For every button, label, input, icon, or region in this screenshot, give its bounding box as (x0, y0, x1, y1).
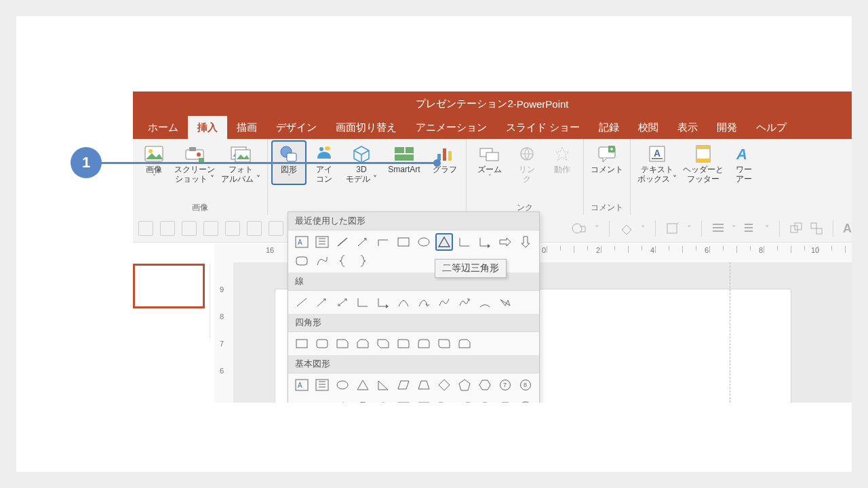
tool-placeholder[interactable] (138, 221, 153, 236)
arrange-icon[interactable] (789, 222, 803, 235)
rect-rounded[interactable] (314, 336, 330, 352)
line-s-curve-arrow[interactable] (456, 294, 473, 310)
tab-transition[interactable]: 画面切り替え (326, 116, 406, 139)
tab-home[interactable]: ホーム (138, 116, 188, 139)
tool-placeholder[interactable] (182, 221, 197, 236)
tool-placeholder[interactable] (269, 221, 283, 236)
basic-textbox-v[interactable] (314, 377, 330, 393)
tab-slideshow[interactable]: スライド ショー (496, 116, 589, 139)
shape-rounded-rect2[interactable] (294, 253, 310, 269)
wordart-button[interactable]: A ワーアー (727, 141, 761, 184)
tool-placeholder[interactable] (225, 221, 240, 236)
tab-help[interactable]: ヘルプ (747, 116, 796, 139)
line-curve[interactable] (395, 294, 412, 310)
header-footer-button[interactable]: ヘッダーとフッター (681, 141, 726, 184)
rect-double-snip[interactable] (355, 336, 371, 352)
rect-double-round[interactable] (416, 336, 432, 352)
outline-icon[interactable] (665, 222, 680, 235)
svg-rect-17 (448, 151, 452, 161)
basic-parallelogram[interactable] (395, 377, 412, 393)
svg-rect-34 (811, 223, 816, 228)
action-button[interactable]: 動作 (545, 141, 579, 184)
textbox-button[interactable]: A テキストボックス ˅ (635, 141, 679, 184)
shape-isoceles-triangle[interactable] (436, 234, 452, 250)
tool-placeholder[interactable] (160, 221, 175, 236)
slide-thumbnail-1[interactable] (133, 264, 205, 308)
rect-diag-snip[interactable] (375, 336, 391, 352)
ribbon-group-links: ズーム˅ リンク 動作 ンク (467, 139, 584, 215)
shape-freeform[interactable] (314, 253, 330, 269)
tab-review[interactable]: 校閲 (629, 116, 668, 139)
basic-hexagon[interactable] (477, 377, 493, 393)
rect-round-snip[interactable] (456, 336, 473, 352)
tab-design[interactable]: デザイン (267, 116, 326, 139)
basic-pentagon[interactable] (456, 377, 473, 393)
basic-dodecagon[interactable]: 12 (314, 400, 330, 403)
line-arc[interactable] (477, 294, 493, 310)
comment-button[interactable]: コメント (588, 141, 626, 184)
line-s-curve[interactable] (436, 294, 452, 310)
shape-arrow-right[interactable] (497, 234, 513, 250)
basic-octagon[interactable]: 8 (517, 377, 534, 393)
tab-developer[interactable]: 開発 (707, 116, 747, 139)
align-icon[interactable] (711, 222, 725, 235)
line-curve-arrow[interactable] (416, 294, 432, 310)
shape-elbow-arrow[interactable] (477, 234, 493, 250)
shape-textbox[interactable]: A (294, 234, 310, 250)
tab-insert[interactable]: 挿入 (188, 116, 227, 139)
basic-half-frame[interactable] (416, 400, 432, 403)
basic-can[interactable] (517, 400, 534, 403)
basic-l-shape[interactable] (436, 400, 452, 403)
basic-pie[interactable] (334, 400, 351, 403)
shape-brace-right[interactable] (355, 253, 371, 269)
basic-triangle[interactable] (355, 377, 371, 393)
lines-icon[interactable] (743, 222, 758, 235)
basic-trapezoid[interactable] (416, 377, 432, 393)
tab-draw[interactable]: 描画 (227, 116, 267, 139)
shape-textbox-vertical[interactable] (314, 234, 330, 250)
line-freeform[interactable] (497, 294, 513, 310)
shape-brace-left[interactable] (334, 253, 351, 269)
link-button[interactable]: リンク (510, 141, 544, 184)
basic-frame[interactable] (395, 400, 412, 403)
svg-rect-32 (791, 226, 797, 232)
line-straight[interactable] (294, 294, 310, 310)
basic-decagon[interactable]: 10 (294, 400, 310, 403)
tab-view[interactable]: 表示 (668, 116, 707, 139)
rect-single-round[interactable] (395, 336, 412, 352)
basic-diamond[interactable] (436, 377, 452, 393)
rect-single-snip[interactable] (334, 336, 351, 352)
rect-plain[interactable] (294, 336, 310, 352)
shape-oval[interactable] (416, 234, 432, 250)
basic-chord[interactable] (355, 400, 371, 403)
zoom-button[interactable]: ズーム˅ (471, 141, 509, 184)
basic-teardrop[interactable] (375, 400, 391, 403)
shape-arrow-down[interactable] (517, 234, 534, 250)
line-arrow[interactable] (314, 294, 330, 310)
shape-connector[interactable] (375, 234, 391, 250)
line-elbow-arrow[interactable] (375, 294, 391, 310)
fill-icon[interactable] (619, 222, 634, 235)
shape-line[interactable] (334, 234, 351, 250)
shape-palette-icon[interactable] (570, 221, 588, 236)
tool-placeholder[interactable] (203, 221, 218, 236)
shape-line-arrow[interactable] (355, 234, 371, 250)
tab-record[interactable]: 記録 (589, 116, 629, 139)
ribbon-insert: 画像˅ スクリーンショット ˅ フォトアルバム ˅ (133, 139, 852, 216)
basic-oval[interactable] (334, 377, 351, 393)
svg-rect-41 (398, 238, 409, 246)
basic-plus[interactable] (477, 400, 493, 403)
basic-plaque[interactable] (497, 400, 513, 403)
shape-elbow[interactable] (456, 234, 473, 250)
shape-rect[interactable] (395, 234, 412, 250)
tab-animation[interactable]: アニメーション (406, 116, 496, 139)
group-icon[interactable] (810, 222, 823, 235)
basic-heptagon[interactable]: 7 (497, 377, 513, 393)
basic-textbox[interactable]: A (294, 377, 310, 393)
basic-right-triangle[interactable] (375, 377, 391, 393)
line-elbow[interactable] (355, 294, 371, 310)
tool-placeholder[interactable] (247, 221, 262, 236)
basic-diag-stripe[interactable] (456, 400, 473, 403)
line-double-arrow[interactable] (334, 294, 351, 310)
rect-diag-round[interactable] (436, 336, 452, 352)
